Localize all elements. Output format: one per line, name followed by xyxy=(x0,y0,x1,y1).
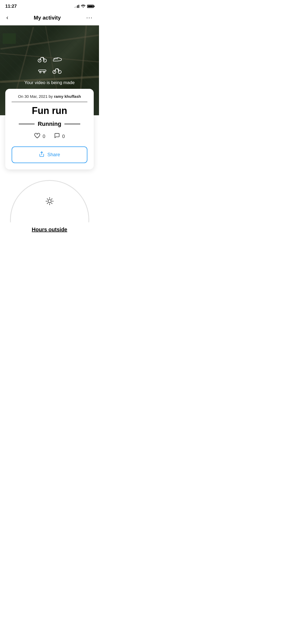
type-line-right xyxy=(64,124,80,124)
card-user: ramy khuffash xyxy=(54,94,81,99)
signal-icon xyxy=(74,5,79,8)
share-button[interactable]: Share xyxy=(12,146,87,163)
activity-type: Running xyxy=(38,121,61,127)
sun-icon xyxy=(45,196,54,206)
activity-icons xyxy=(37,55,62,65)
status-time: 11:27 xyxy=(5,4,17,9)
hours-outside-label: Hours outside xyxy=(32,227,67,233)
arc-container xyxy=(10,180,89,222)
more-button[interactable]: ··· xyxy=(85,13,94,22)
activity-icons-row2 xyxy=(37,67,62,76)
battery-icon xyxy=(87,5,94,8)
status-icons xyxy=(74,4,94,8)
heart-icon xyxy=(34,133,40,140)
svg-point-2 xyxy=(42,57,43,58)
share-label: Share xyxy=(47,152,60,158)
svg-point-8 xyxy=(57,68,58,69)
svg-line-15 xyxy=(47,199,48,200)
sneaker-icon xyxy=(52,55,62,65)
type-line-left xyxy=(19,124,35,124)
wifi-icon xyxy=(81,4,86,8)
bottom-section: Hours outside xyxy=(0,169,99,238)
bicycle-icon xyxy=(37,55,47,65)
svg-line-17 xyxy=(51,199,52,200)
likes-stat: 0 xyxy=(34,133,45,140)
svg-line-18 xyxy=(47,203,48,204)
activity-type-row: Running xyxy=(12,121,87,127)
card-stats: 0 0 xyxy=(12,133,87,140)
nav-bar: ‹ My activity ··· xyxy=(0,11,99,25)
svg-point-4 xyxy=(40,72,41,73)
comments-count: 0 xyxy=(62,134,65,139)
page-title: My activity xyxy=(34,15,61,21)
svg-point-5 xyxy=(43,72,45,73)
status-bar: 11:27 xyxy=(0,0,99,11)
svg-point-10 xyxy=(48,200,51,203)
comments-stat: 0 xyxy=(54,133,65,140)
bicycle-small-icon xyxy=(52,67,62,76)
card-divider xyxy=(12,102,87,102)
card-date: On 30 Mar, 2021 by xyxy=(18,94,53,99)
svg-rect-3 xyxy=(38,70,46,71)
back-button[interactable]: ‹ xyxy=(5,13,9,22)
comment-icon xyxy=(54,133,60,140)
card-meta: On 30 Mar, 2021 by ramy khuffash xyxy=(12,94,87,99)
share-icon xyxy=(39,151,45,158)
skateboard-icon xyxy=(37,67,47,76)
video-status-text: Your video is being made xyxy=(24,80,74,85)
activity-title: Fun run xyxy=(12,105,87,116)
likes-count: 0 xyxy=(43,134,45,139)
activity-card: On 30 Mar, 2021 by ramy khuffash Fun run… xyxy=(5,89,94,169)
svg-line-16 xyxy=(51,203,52,204)
